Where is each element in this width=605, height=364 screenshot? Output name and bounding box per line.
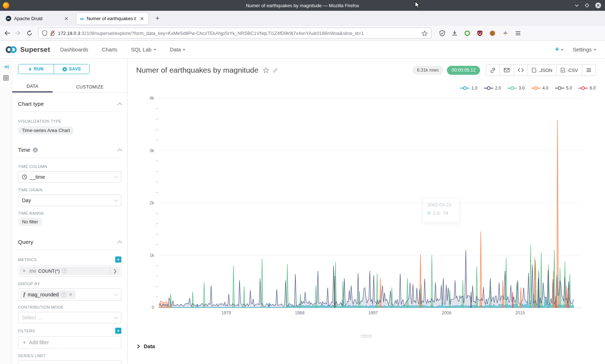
legend-item-3.0[interactable]: 3.0 bbox=[507, 86, 525, 91]
download-icon[interactable] bbox=[452, 30, 457, 36]
tab-apache-druid[interactable]: Apache Druid ✕ bbox=[2, 13, 73, 24]
browser-tab-strip: Apache Druid ✕ ∞ Numer of earthquakes by… bbox=[0, 11, 605, 26]
legend-label: 4.0 bbox=[542, 86, 548, 91]
add-filter-button[interactable]: + bbox=[115, 328, 121, 334]
ublock-shield-icon[interactable] bbox=[477, 30, 483, 36]
maximize-icon[interactable] bbox=[585, 3, 589, 8]
insecure-lock-icon[interactable] bbox=[50, 30, 55, 36]
dataset-grid-icon[interactable] bbox=[3, 75, 9, 81]
settings-menu[interactable]: Settings bbox=[573, 47, 596, 53]
legend-line-icon bbox=[555, 86, 564, 90]
legend-item-1.0[interactable]: 1.0 bbox=[460, 86, 478, 91]
url-bar[interactable]: 172.18.0.3:32108/superset/explore/?form_… bbox=[38, 28, 431, 38]
tab-customize[interactable]: CUSTOMIZE bbox=[53, 81, 127, 92]
tab-data[interactable]: DATA bbox=[12, 81, 53, 92]
pinwheel-extension-icon[interactable] bbox=[502, 30, 508, 36]
series-limit-select[interactable]: Select ... bbox=[18, 360, 121, 364]
legend-item-2.0[interactable]: 2.0 bbox=[484, 86, 501, 91]
time-grain-select[interactable]: Day bbox=[18, 195, 121, 206]
email-button[interactable] bbox=[499, 65, 514, 76]
add-metric-button[interactable]: + bbox=[115, 256, 121, 263]
chevron-down-icon bbox=[114, 174, 118, 178]
svg-text:2006: 2006 bbox=[442, 310, 452, 315]
groupby-label: GROUP BY bbox=[18, 282, 121, 286]
legend-label: 1.0 bbox=[471, 86, 478, 91]
brand-name: Superset bbox=[20, 46, 50, 54]
chart-canvas[interactable]: 01k2k3k4k19791988199720062015 bbox=[141, 94, 591, 318]
favorite-star-icon[interactable] bbox=[263, 67, 269, 73]
tooltip-value: 74 bbox=[443, 210, 448, 216]
reload-icon[interactable] bbox=[24, 30, 35, 36]
tab-close-icon[interactable]: ✕ bbox=[63, 16, 69, 22]
svg-text:2k: 2k bbox=[149, 200, 154, 205]
close-icon[interactable] bbox=[595, 2, 601, 9]
app-menu-icon[interactable] bbox=[515, 31, 521, 36]
expand-panel-icon[interactable] bbox=[3, 64, 9, 69]
superset-navbar: Superset DashboardsChartsSQL LabData + S… bbox=[0, 41, 605, 59]
series-limit-label: SERIES LIMIT bbox=[18, 354, 121, 358]
protections-shield-icon[interactable] bbox=[439, 30, 445, 36]
back-icon[interactable] bbox=[2, 31, 12, 36]
section-chart-type[interactable]: Chart type bbox=[18, 101, 121, 112]
nav-item-dashboards[interactable]: Dashboards bbox=[60, 47, 88, 53]
legend-item-5.0[interactable]: 5.0 bbox=[555, 86, 572, 91]
permissions-shield-icon[interactable] bbox=[42, 30, 47, 36]
metric-control[interactable]: ✕ ƒ(x) COUNT(*) ? ❯ bbox=[18, 265, 121, 277]
chevron-down-icon bbox=[114, 315, 118, 319]
nav-item-charts[interactable]: Charts bbox=[102, 47, 117, 53]
time-column-label: TIME COLUMN bbox=[18, 164, 121, 169]
caret-down-icon bbox=[153, 49, 156, 51]
embed-code-button[interactable] bbox=[514, 65, 528, 76]
file-icon bbox=[561, 68, 565, 73]
groupby-select[interactable]: f mag_rounded ? ✕ bbox=[18, 288, 121, 301]
groupby-name: mag_rounded bbox=[28, 292, 59, 297]
help-icon: ? bbox=[61, 292, 66, 297]
groupby-pill[interactable]: f mag_rounded ? ✕ bbox=[20, 290, 76, 299]
remove-groupby-icon[interactable]: ✕ bbox=[69, 292, 72, 297]
window-title: Numer of earthquakes by magnitude — Mozi… bbox=[246, 3, 359, 8]
section-query[interactable]: Query bbox=[18, 239, 121, 250]
new-chart-plus-button[interactable]: + bbox=[555, 45, 564, 54]
legend-item-6.0[interactable]: 6.0 bbox=[578, 86, 596, 91]
edit-title-pencil-icon[interactable] bbox=[273, 68, 278, 73]
help-icon: ? bbox=[62, 268, 67, 273]
superset-logo[interactable]: Superset bbox=[4, 45, 50, 54]
remove-metric-icon[interactable]: ✕ bbox=[19, 268, 29, 273]
chevron-right-icon bbox=[137, 344, 140, 349]
cookie-extension-icon[interactable] bbox=[489, 30, 496, 36]
url-text[interactable]: 172.18.0.3:32108/superset/explore/?form_… bbox=[58, 31, 419, 36]
bookmark-star-icon[interactable] bbox=[422, 31, 427, 36]
export-json-button[interactable]: .JSON bbox=[528, 65, 556, 76]
run-button[interactable]: RUN bbox=[18, 64, 54, 74]
time-column-select[interactable]: __time bbox=[18, 171, 121, 183]
export-csv-button[interactable]: .CSV bbox=[556, 65, 582, 76]
new-tab-button[interactable]: + bbox=[153, 15, 162, 22]
nav-item-data[interactable]: Data bbox=[170, 47, 186, 53]
save-button[interactable]: SAVE bbox=[54, 64, 89, 74]
forward-icon[interactable] bbox=[12, 31, 22, 36]
pane-resize-handle[interactable] bbox=[360, 334, 372, 338]
add-filter-dropzone[interactable]: + Add filter bbox=[18, 336, 121, 349]
copy-link-button[interactable] bbox=[486, 65, 499, 76]
superset-favicon-icon: ∞ bbox=[80, 16, 84, 21]
viz-type-label: VISUALIZATION TYPE bbox=[18, 119, 121, 123]
chevron-right-icon[interactable]: ❯ bbox=[110, 267, 120, 275]
function-icon: ƒ(x) bbox=[29, 269, 36, 273]
minimize-icon[interactable] bbox=[574, 4, 579, 7]
metrics-label: METRICS+ bbox=[18, 256, 121, 263]
viz-type-pill[interactable]: Time-series Area Chart bbox=[18, 126, 74, 135]
chart-menu-button[interactable] bbox=[582, 65, 595, 76]
tab-label: Numer of earthquakes by r bbox=[87, 16, 136, 21]
metric-name: COUNT(*) bbox=[38, 268, 60, 274]
legend-item-4.0[interactable]: 4.0 bbox=[531, 86, 548, 91]
section-time[interactable]: Timei bbox=[18, 147, 121, 158]
tab-close-icon[interactable]: ✕ bbox=[139, 16, 145, 22]
time-range-pill[interactable]: No filter bbox=[18, 218, 42, 226]
svg-text:1k: 1k bbox=[149, 253, 154, 258]
contribution-select[interactable]: Select ... bbox=[18, 312, 121, 323]
tab-earthquakes[interactable]: ∞ Numer of earthquakes by r ✕ bbox=[76, 13, 148, 24]
tooltip-series: 1.0: bbox=[433, 210, 441, 216]
nav-item-sql-lab[interactable]: SQL Lab bbox=[131, 47, 156, 53]
data-panel-toggle[interactable]: Data bbox=[137, 343, 155, 349]
extension-green-ring-icon[interactable] bbox=[464, 30, 470, 36]
